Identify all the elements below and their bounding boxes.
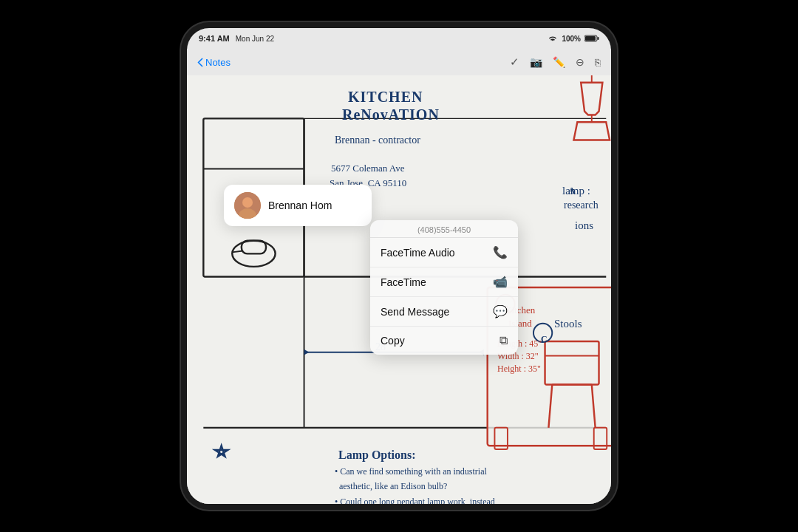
lamp-bullets: • Can we find something with an industri… xyxy=(335,464,495,504)
copy-item[interactable]: Copy ⧉ xyxy=(370,327,518,355)
send-message-item[interactable]: Send Message 💬 xyxy=(370,297,518,327)
phone-icon: 📞 xyxy=(493,245,508,259)
nav-actions: ✓ 📷 ✏️ ⊖ ⎘ xyxy=(510,55,601,69)
status-time: 9:41 AM xyxy=(199,34,230,43)
minus-circle-icon[interactable]: ⊖ xyxy=(576,56,584,68)
status-right: 100% xyxy=(548,35,599,43)
context-phone: (408)555-4450 xyxy=(370,220,518,238)
svg-line-7 xyxy=(232,250,243,252)
device-frame: 9:41 AM Mon Jun 22 100% xyxy=(181,22,617,510)
back-button[interactable]: Notes xyxy=(197,57,231,68)
send-message-label: Send Message xyxy=(381,306,449,318)
svg-marker-13 xyxy=(304,349,310,355)
contractor-label: Brennan - contractor xyxy=(335,134,420,146)
lamp-options-title: Lamp Options: xyxy=(338,449,415,462)
contact-popup: Brennan Hom xyxy=(224,185,372,226)
message-icon: 💬 xyxy=(493,304,508,318)
svg-point-37 xyxy=(242,197,253,208)
island-height: Height : 35" xyxy=(497,364,541,375)
facetime-label: FaceTime xyxy=(381,276,426,288)
battery-text: 100% xyxy=(562,35,581,43)
context-menu: (408)555-4450 FaceTime Audio 📞 FaceTime … xyxy=(370,220,518,355)
camera-icon[interactable]: 📷 xyxy=(530,56,542,68)
back-label: Notes xyxy=(205,57,231,68)
device-screen: 9:41 AM Mon Jun 22 100% xyxy=(187,28,611,504)
svg-rect-1 xyxy=(598,37,599,40)
title-line1: KITCHEN xyxy=(348,89,423,106)
square-pencil-icon[interactable]: ⎘ xyxy=(595,57,601,68)
avatar-image xyxy=(234,192,261,219)
title-line2: ReNovATION xyxy=(342,106,440,123)
checkmark-icon[interactable]: ✓ xyxy=(510,55,519,69)
stool-label: Stools xyxy=(554,318,582,330)
facetime-item[interactable]: FaceTime 📹 xyxy=(370,267,518,297)
lamp-label: lamp : xyxy=(562,185,590,197)
facetime-audio-item[interactable]: FaceTime Audio 📞 xyxy=(370,238,518,267)
contact-avatar xyxy=(234,192,261,219)
nav-bar: Notes ✓ 📷 ✏️ ⊖ ⎘ xyxy=(187,49,611,75)
svg-marker-26 xyxy=(573,122,610,140)
svg-marker-23 xyxy=(581,83,602,115)
battery-icon xyxy=(584,35,599,42)
note-canvas: KITCHEN ReNovATION Brennan - contractor … xyxy=(187,75,611,504)
pencil-icon[interactable]: ✏️ xyxy=(553,56,565,68)
svg-rect-2 xyxy=(585,36,596,41)
copy-icon: ⧉ xyxy=(499,334,508,347)
status-bar: 9:41 AM Mon Jun 22 100% xyxy=(187,28,611,49)
status-date: Mon Jun 22 xyxy=(236,35,274,43)
video-icon: 📹 xyxy=(493,275,508,289)
address-line1: 5677 Coleman Ave xyxy=(331,163,404,174)
wifi-icon xyxy=(548,35,558,42)
contact-name: Brennan Hom xyxy=(268,200,332,211)
facetime-audio-label: FaceTime Audio xyxy=(381,247,455,259)
circle-c-label: C xyxy=(541,334,548,345)
lamp-ions: ions xyxy=(575,219,593,232)
circle-a-label: A xyxy=(568,185,575,197)
chevron-left-icon xyxy=(197,58,203,67)
lamp-research: research xyxy=(564,200,598,211)
copy-label: Copy xyxy=(381,335,405,347)
